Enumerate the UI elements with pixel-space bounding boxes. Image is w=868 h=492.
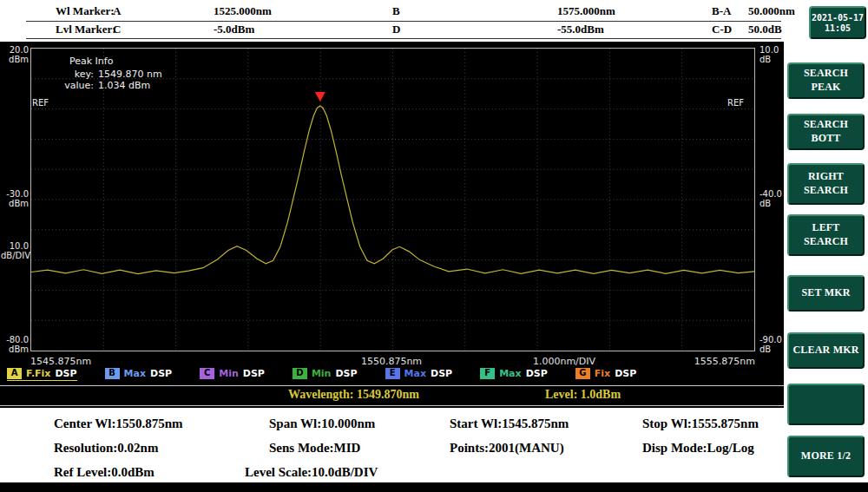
trace-e-color-box: E xyxy=(385,368,400,379)
ref-marker-left: REF xyxy=(32,98,49,108)
readout-divider-bottom xyxy=(0,405,784,406)
trace-proc-label: DSP xyxy=(55,368,76,379)
peak-marker-icon xyxy=(315,92,326,102)
osa-screen: Wl Marker: A 1525.000nm B 1575.000nm B-A… xyxy=(0,0,868,492)
trace-b-color-box: B xyxy=(105,368,120,379)
button-label-line: RIGHT xyxy=(808,170,844,184)
y-right-top-unit: dB xyxy=(760,55,786,64)
y-right-bottom: -90.0 dB xyxy=(760,335,786,354)
button-right-search[interactable]: RIGHTSEARCH xyxy=(787,163,865,205)
trace-c-legend[interactable]: CMinDSP xyxy=(200,368,265,381)
wavelength-label: Wavelength: xyxy=(288,388,353,401)
y-right-mid: -40.0 dB xyxy=(760,189,786,208)
trace-a-legend[interactable]: AF.FixDSP xyxy=(7,368,77,381)
setting-center-wl: Center Wl:1550.875nm xyxy=(54,417,183,431)
y-right-top: 10.0 dB xyxy=(760,45,786,64)
peak-key-label: key: xyxy=(54,69,94,80)
setting-resolution: Resolution:0.02nm xyxy=(54,441,158,456)
peak-key-value: 1549.870 nm xyxy=(98,69,162,80)
level-readout: Level: 1.0dBm xyxy=(545,388,621,402)
peak-info-box: Peak Info key: 1549.870 nm value: 1.034 … xyxy=(54,56,162,91)
y-right-mid-value: -40.0 xyxy=(760,189,786,199)
marker-d-value: -55.0dBm xyxy=(557,23,604,36)
setting-ref-level: Ref Level:0.0dBm xyxy=(54,465,155,480)
trace-f-legend[interactable]: FMaxDSP xyxy=(480,368,548,381)
button-left-search[interactable]: LEFTSEARCH xyxy=(787,214,865,256)
trace-mode-label: F.Fix xyxy=(26,368,50,379)
button-search-bott[interactable]: SEARCH BOTT xyxy=(787,114,865,150)
marker-b-value: 1575.000nm xyxy=(557,4,615,18)
button-set-mkr[interactable]: SET MKR xyxy=(787,275,865,312)
marker-cd-name: C-D xyxy=(712,23,732,36)
button-label-line: MORE 1/2 xyxy=(801,449,851,463)
button-more[interactable]: MORE 1/2 xyxy=(787,436,865,477)
y-left-top-value: 20.0 xyxy=(1,45,29,55)
button-label-line: SEARCH BOTT xyxy=(789,118,863,145)
trace-proc-label: DSP xyxy=(243,368,265,379)
button-label-line: SEARCH xyxy=(804,235,848,249)
level-label: Level: xyxy=(545,388,577,401)
trace-proc-label: DSP xyxy=(615,368,636,379)
peak-info-title: Peak Info xyxy=(69,56,162,67)
button-label-line: SEARCH xyxy=(804,184,848,198)
trace-g-color-box: G xyxy=(575,368,590,379)
marker-b-name: B xyxy=(392,4,400,18)
trace-b-legend[interactable]: BMaxDSP xyxy=(105,368,173,381)
y-left-scale-value: 10.0 xyxy=(1,241,29,251)
trace-proc-label: DSP xyxy=(526,368,548,379)
trace-mode-label: Min xyxy=(312,368,332,379)
bottom-strip xyxy=(0,482,868,492)
button-search-peak[interactable]: SEARCH PEAK xyxy=(787,62,865,99)
trace-d-color-box: D xyxy=(293,368,307,379)
time-text: 11:05 xyxy=(825,23,851,33)
peak-info-value-row: value: 1.034 dBm xyxy=(54,80,162,91)
button-label-line: CLEAR MKR xyxy=(792,344,858,358)
spectrum-svg xyxy=(31,49,754,351)
trace-a-line xyxy=(31,106,754,274)
y-left-bottom-value: -80.0 xyxy=(1,335,29,344)
marker-ba-name: B-A xyxy=(712,4,731,18)
y-left-top: 20.0 dBm xyxy=(1,45,29,64)
lvl-marker-label: Lvl Marker: xyxy=(56,23,116,36)
y-left-top-unit: dBm xyxy=(1,55,29,64)
setting-start-wl: Start Wl:1545.875nm xyxy=(450,417,569,431)
y-left-mid: -30.0 dBm xyxy=(1,189,29,208)
spectrum-plot[interactable] xyxy=(30,48,755,351)
button-blank[interactable] xyxy=(787,384,865,425)
settings-panel: Center Wl:1550.875nm Span Wl:10.000nm St… xyxy=(0,408,868,482)
trace-a-color-box: A xyxy=(7,368,22,379)
y-right-bottom-value: -90.0 xyxy=(760,335,786,344)
grid-lines xyxy=(31,49,754,351)
peak-value-value: 1.034 dBm xyxy=(98,80,150,91)
trace-proc-label: DSP xyxy=(150,368,172,379)
y-left-bottom: -80.0 dBm xyxy=(1,335,29,354)
trace-c-color-box: C xyxy=(200,368,214,379)
datetime-display: 2021-05-17 11:05 xyxy=(809,6,866,39)
button-label-line: SET MKR xyxy=(801,286,850,300)
marker-a-value: 1525.000nm xyxy=(214,4,272,18)
button-clear-mkr[interactable]: CLEAR MKR xyxy=(787,332,865,369)
y-left-mid-value: -30.0 xyxy=(1,189,29,199)
setting-level-scale: Level Scale:10.0dB/DIV xyxy=(245,465,378,480)
ref-marker-right: REF xyxy=(727,98,744,108)
y-left-scale: 10.0 dB/DIV xyxy=(1,241,29,260)
header-divider-bottom xyxy=(26,38,781,39)
trace-mode-label: Fix xyxy=(595,368,610,379)
trace-g-legend[interactable]: GFixDSP xyxy=(575,368,637,381)
setting-points: Points:2001(MANU) xyxy=(450,441,564,456)
setting-span-wl: Span Wl:10.000nm xyxy=(269,417,375,431)
trace-d-legend[interactable]: DMinDSP xyxy=(293,368,358,381)
marker-header: Wl Marker: A 1525.000nm B 1575.000nm B-A… xyxy=(0,0,807,42)
setting-sens-mode: Sens Mode:MID xyxy=(269,441,360,456)
trace-legend: AF.FixDSPBMaxDSPCMinDSPDMinDSPEMaxDSPFMa… xyxy=(7,367,636,381)
x-label-start: 1545.875nm xyxy=(30,356,91,367)
trace-mode-label: Max xyxy=(124,368,146,379)
date-text: 2021-05-17 xyxy=(812,13,864,23)
trace-mode-label: Max xyxy=(499,368,521,379)
wavelength-value: 1549.870nm xyxy=(357,388,419,401)
chart-region: 20.0 dBm -30.0 dBm 10.0 dB/DIV -80.0 dBm… xyxy=(0,42,784,408)
sidebar: 2021-05-17 11:05 SEARCH PEAKSEARCH BOTTR… xyxy=(784,0,868,482)
trace-proc-label: DSP xyxy=(431,368,452,379)
trace-e-legend[interactable]: EMaxDSP xyxy=(385,368,453,381)
y-left-mid-unit: dBm xyxy=(1,199,29,208)
